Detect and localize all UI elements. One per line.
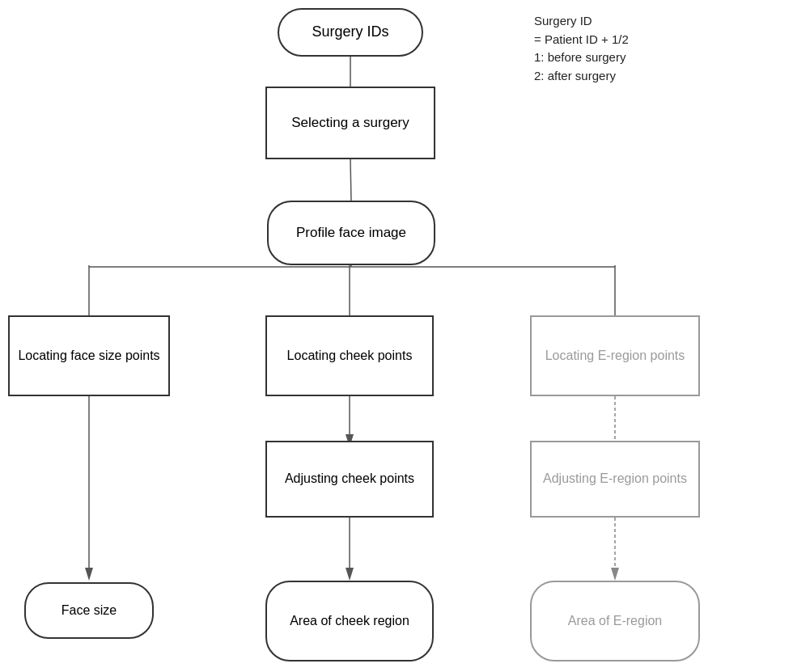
face-size-node: Face size	[24, 582, 154, 639]
area-cheek-node: Area of cheek region	[265, 581, 434, 661]
svg-marker-13	[346, 568, 354, 581]
surgery-id-annotation: Surgery ID = Patient ID + 1/2 1: before …	[534, 12, 629, 85]
locating-eregion-node: Locating E-region points	[530, 315, 700, 396]
svg-line-1	[350, 159, 351, 201]
surgery-ids-node: Surgery IDs	[278, 8, 423, 57]
area-eregion-node: Area of E-region	[530, 581, 700, 661]
locating-cheek-node: Locating cheek points	[265, 315, 434, 396]
diagram: Surgery IDs Selecting a surgery Profile …	[0, 0, 793, 672]
selecting-surgery-node: Selecting a surgery	[265, 87, 435, 159]
svg-marker-8	[85, 568, 93, 581]
locating-face-size-node: Locating face size points	[8, 315, 170, 396]
profile-face-node: Profile face image	[267, 201, 435, 265]
adjusting-eregion-node: Adjusting E-region points	[530, 441, 700, 518]
adjusting-cheek-node: Adjusting cheek points	[265, 441, 434, 518]
svg-marker-15	[611, 568, 619, 581]
